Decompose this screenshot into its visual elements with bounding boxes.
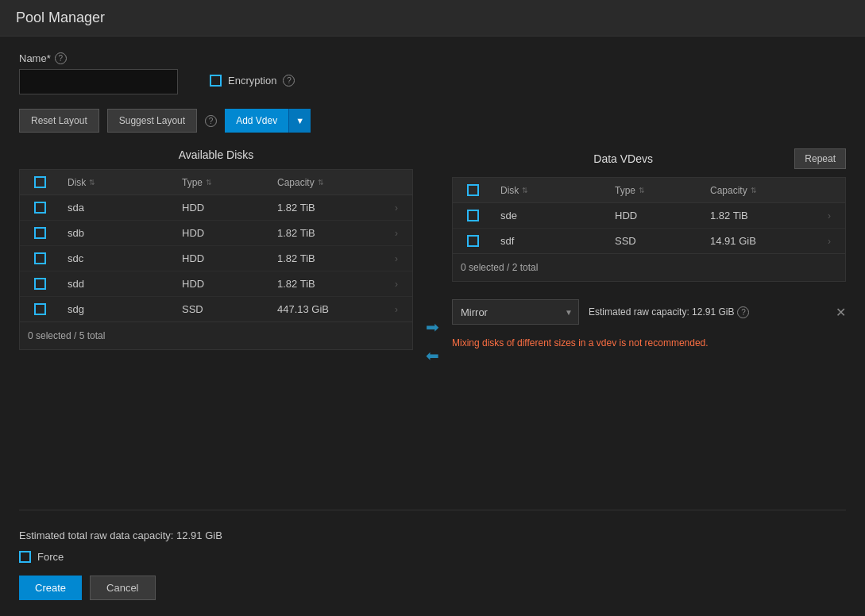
create-button[interactable]: Create [19, 576, 82, 600]
data-type-sort-icon[interactable]: ⇅ [639, 187, 645, 194]
data-disk-col-header: Disk ⇅ [492, 178, 607, 202]
table-row: sda HDD 1.82 TiB › [20, 195, 412, 221]
repeat-button[interactable]: Repeat [794, 148, 846, 169]
layout-help-icon[interactable]: ? [205, 115, 217, 127]
transfer-left-arrow[interactable]: ⬅ [426, 346, 439, 365]
vdev-close-button[interactable]: ✕ [836, 305, 846, 320]
avail-disk-0: sda [60, 195, 174, 220]
data-select-all[interactable] [467, 184, 479, 196]
encryption-label: Encryption [228, 75, 276, 87]
avail-row-arrow-0[interactable]: › [395, 202, 398, 214]
avail-capacity-1: 1.82 TiB [269, 221, 380, 245]
avail-row-arrow-2[interactable]: › [395, 253, 398, 264]
data-disk-sort-icon[interactable]: ⇅ [522, 187, 528, 194]
data-cap-sort-icon[interactable]: ⇅ [751, 187, 757, 194]
available-disk-col-header: Disk ⇅ [60, 170, 174, 194]
name-input[interactable] [19, 69, 178, 94]
suggest-layout-button[interactable]: Suggest Layout [107, 109, 197, 133]
avail-row-arrow-1[interactable]: › [395, 228, 398, 239]
data-selection-status: 0 selected / 2 total [453, 253, 845, 281]
avail-capacity-4: 447.13 GiB [269, 297, 380, 321]
avail-disk-3: sdd [60, 271, 174, 296]
avail-type-4: SSD [174, 297, 269, 321]
total-estimated-capacity: Estimated total raw data capacity: 12.91… [19, 529, 846, 541]
data-row-checkbox-1[interactable] [467, 235, 479, 247]
data-row-arrow-0[interactable]: › [828, 210, 831, 221]
data-vdevs-title: Data VDevs [452, 152, 794, 165]
data-capacity-0: 1.82 TiB [702, 203, 813, 228]
disk-sort-icon[interactable]: ⇅ [89, 179, 95, 187]
transfer-right-arrow[interactable]: ➡ [426, 318, 439, 337]
data-type-1: SSD [607, 229, 702, 253]
add-vdev-group: Add Vdev ▼ [225, 109, 311, 133]
force-label: Force [37, 551, 64, 563]
avail-row-arrow-3[interactable]: › [395, 279, 398, 290]
avail-disk-1: sdb [60, 221, 174, 245]
avail-row-checkbox-4[interactable] [34, 303, 46, 315]
encryption-help-icon[interactable]: ? [283, 75, 295, 87]
force-checkbox[interactable] [19, 551, 31, 563]
data-row-arrow-1[interactable]: › [828, 236, 831, 247]
divider [19, 510, 846, 510]
vdev-type-wrapper: Mirror Stripe RAIDZ1 RAIDZ2 RAIDZ3 ▼ [452, 299, 579, 325]
table-row: sde HDD 1.82 TiB › [453, 203, 845, 229]
avail-row-checkbox-0[interactable] [34, 202, 46, 214]
avail-row-checkbox-1[interactable] [34, 227, 46, 239]
available-disks-title: Available Disks [19, 148, 413, 161]
avail-type-1: HDD [174, 221, 269, 245]
avail-row-checkbox-2[interactable] [34, 252, 46, 264]
data-type-col-header: Type ⇅ [607, 178, 702, 202]
name-help-icon[interactable]: ? [55, 52, 67, 64]
capacity-sort-icon[interactable]: ⇅ [318, 179, 324, 187]
table-row: sdb HDD 1.82 TiB › [20, 221, 412, 246]
data-type-0: HDD [607, 203, 702, 228]
transfer-arrows: ➡ ⬅ [413, 180, 452, 502]
name-label: Name* [19, 52, 51, 64]
avail-disk-4: sdg [60, 297, 174, 321]
data-vdevs-table: sde HDD 1.82 TiB › sdf SSD 14.91 GiB › [453, 203, 845, 253]
reset-layout-button[interactable]: Reset Layout [19, 109, 99, 133]
available-selection-status: 0 selected / 5 total [20, 321, 412, 349]
add-vdev-button[interactable]: Add Vdev [225, 109, 288, 133]
table-row: sdc HDD 1.82 TiB › [20, 246, 412, 271]
avail-disk-2: sdc [60, 246, 174, 271]
avail-type-2: HDD [174, 246, 269, 271]
data-disk-1: sdf [492, 229, 607, 253]
table-row: sdd HDD 1.82 TiB › [20, 271, 412, 297]
encryption-checkbox[interactable] [210, 75, 222, 87]
add-vdev-dropdown[interactable]: ▼ [288, 109, 311, 133]
available-type-col-header: Type ⇅ [174, 170, 269, 194]
data-row-checkbox-0[interactable] [467, 210, 479, 221]
vdev-type-select[interactable]: Mirror Stripe RAIDZ1 RAIDZ2 RAIDZ3 [452, 299, 579, 325]
data-disk-0: sde [492, 203, 607, 228]
cancel-button[interactable]: Cancel [90, 576, 155, 600]
available-disks-table: sda HDD 1.82 TiB › sdb HDD 1.82 TiB › sd… [20, 195, 412, 321]
avail-row-checkbox-3[interactable] [34, 278, 46, 290]
avail-capacity-2: 1.82 TiB [269, 246, 380, 271]
mixing-warning: Mixing disks of different sizes in a vde… [452, 337, 846, 348]
available-select-all[interactable] [34, 176, 46, 188]
page-title: Pool Manager [16, 10, 849, 26]
available-capacity-col-header: Capacity ⇅ [269, 170, 380, 194]
avail-type-0: HDD [174, 195, 269, 220]
avail-type-3: HDD [174, 271, 269, 296]
estimated-raw-capacity: Estimated raw capacity: 12.91 GiB [589, 306, 734, 318]
avail-row-arrow-4[interactable]: › [395, 304, 398, 315]
capacity-help-icon[interactable]: ? [737, 306, 749, 318]
type-sort-icon[interactable]: ⇅ [206, 179, 212, 187]
data-capacity-1: 14.91 GiB [702, 229, 813, 253]
table-row: sdg SSD 447.13 GiB › [20, 297, 412, 321]
avail-capacity-3: 1.82 TiB [269, 271, 380, 296]
data-capacity-col-header: Capacity ⇅ [702, 178, 813, 202]
avail-capacity-0: 1.82 TiB [269, 195, 380, 220]
table-row: sdf SSD 14.91 GiB › [453, 229, 845, 253]
